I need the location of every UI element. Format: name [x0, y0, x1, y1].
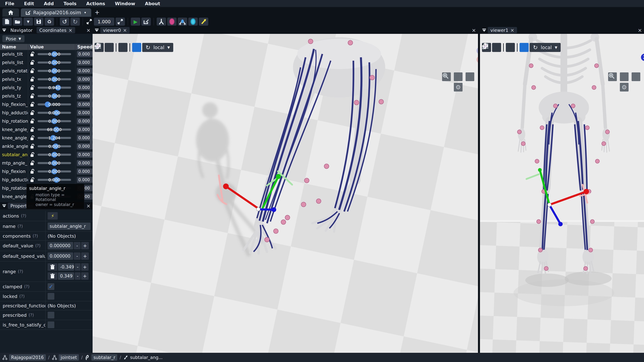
save-button[interactable] — [34, 17, 44, 26]
autoscale-button[interactable] — [116, 17, 125, 26]
translate-tool-button[interactable] — [132, 43, 141, 52]
menu-item-window[interactable]: Window — [115, 1, 135, 6]
ruler-button[interactable] — [506, 43, 515, 52]
actions-button[interactable]: ⚡ — [48, 212, 58, 220]
coordinate-speed[interactable]: 0.000 — [77, 59, 92, 65]
tab-viewer1[interactable]: viewer1 × — [488, 27, 517, 33]
unlock-icon[interactable] — [30, 68, 35, 74]
help-icon[interactable]: (?) — [18, 269, 23, 274]
decrement-button[interactable]: - — [74, 242, 80, 249]
ruler-button[interactable] — [118, 43, 128, 52]
menu-item-actions[interactable]: Actions — [86, 1, 105, 6]
coordinate-name[interactable]: pelvis_tz — [0, 92, 28, 100]
add-body-button[interactable] — [167, 17, 176, 26]
add-muscle-button[interactable] — [178, 17, 187, 26]
coordinate-name[interactable]: pelvis_ty — [0, 83, 28, 92]
gear-icon[interactable]: ⚙ — [454, 83, 462, 91]
help-icon[interactable]: (?) — [19, 294, 24, 299]
menu-item-file[interactable]: File — [5, 1, 14, 6]
gear-icon[interactable]: ⚙ — [620, 83, 628, 91]
coordinate-name[interactable]: mtp_angle_ — [0, 159, 28, 167]
add-contact-geometry-button[interactable] — [188, 17, 198, 26]
coordinate-name[interactable]: knee_angle_ — [0, 192, 28, 201]
panel-collapse-icon[interactable] — [2, 204, 6, 208]
open-file-button[interactable] — [13, 17, 22, 26]
close-icon[interactable]: × — [472, 27, 476, 33]
close-icon[interactable]: × — [123, 27, 127, 33]
redo-button[interactable]: ↻ — [70, 17, 80, 26]
scene-options-button[interactable] — [105, 43, 114, 52]
value-input[interactable]: 0.000000 — [48, 242, 73, 249]
edit-simulation-settings-button[interactable] — [142, 17, 151, 26]
coordinate-name[interactable]: hip_rotation — [0, 117, 28, 125]
unlock-icon[interactable] — [30, 135, 35, 141]
help-icon[interactable]: (?) — [29, 313, 34, 318]
coordinate-name[interactable]: pelvis_list — [0, 58, 28, 67]
coordinate-name[interactable]: pelvis_rotati — [0, 67, 28, 75]
close-icon[interactable]: × — [86, 27, 90, 33]
viewer-splitter[interactable] — [478, 26, 480, 353]
menu-item-about[interactable]: About — [145, 1, 160, 6]
coordinate-name[interactable]: pelvis_tx — [0, 75, 28, 83]
coordinate-name[interactable]: hip_adductio — [0, 109, 28, 117]
unlock-icon[interactable] — [30, 102, 35, 107]
menu-item-tools[interactable]: Tools — [64, 1, 76, 6]
coordinate-name[interactable]: hip_flexion — [0, 167, 28, 176]
panel-collapse-icon[interactable] — [482, 28, 486, 32]
coordinate-speed[interactable]: 0.000 — [77, 152, 92, 158]
name-input[interactable]: subtalar_angle_r — [48, 223, 90, 230]
unlock-icon[interactable] — [30, 52, 35, 57]
range-value-input[interactable]: -0.349 — [58, 263, 74, 271]
unlock-icon[interactable] — [30, 177, 35, 183]
coordinate-name[interactable]: ankle_angle — [0, 142, 28, 150]
checkbox[interactable] — [48, 312, 54, 319]
help-icon[interactable]: (?) — [18, 224, 23, 229]
undo-button[interactable]: ↺ — [60, 17, 69, 26]
coordinates-scrollbar[interactable] — [90, 80, 92, 144]
increment-button[interactable]: + — [81, 272, 88, 280]
coordinate-name[interactable]: hip_adductio — [0, 176, 28, 184]
simulate-button[interactable]: ▶ — [131, 17, 140, 26]
delete-range-button[interactable] — [48, 272, 57, 280]
add-station-button[interactable] — [199, 17, 208, 26]
gizmo-frame-dropdown[interactable]: ↻ local ▼ — [142, 43, 173, 52]
coordinate-name[interactable]: pelvis_tilt — [0, 50, 28, 58]
zoom-in-button[interactable] — [620, 72, 628, 81]
unlock-icon[interactable] — [30, 60, 35, 65]
tab-navigator[interactable]: Navigator — [8, 27, 35, 33]
new-file-button[interactable] — [2, 17, 12, 26]
tab-viewer0[interactable]: viewer0 × — [100, 27, 130, 33]
delete-range-button[interactable] — [48, 263, 57, 271]
model-tab[interactable]: Rajagopal2016.osim • — [21, 8, 91, 17]
zoom-in-button[interactable] — [454, 72, 462, 81]
coordinate-name[interactable]: knee_angle_ — [0, 134, 28, 142]
unlock-icon[interactable] — [30, 110, 35, 116]
translate-tool-button[interactable] — [520, 43, 528, 52]
close-icon[interactable]: × — [638, 27, 642, 33]
checkbox[interactable] — [48, 293, 54, 300]
tab-coordinates[interactable]: Coordinates × — [36, 27, 75, 33]
unlock-icon[interactable] — [30, 144, 35, 149]
coordinate-speed[interactable]: 0.000 — [77, 68, 92, 74]
close-icon[interactable]: × — [510, 27, 514, 33]
increment-button[interactable]: + — [81, 263, 88, 271]
reload-button[interactable]: ♻ — [44, 17, 54, 26]
coordinate-name[interactable]: hip_rotation — [0, 184, 28, 192]
coordinate-speed[interactable]: 0.000 — [77, 177, 92, 183]
coordinate-name[interactable]: knee_angle_ — [0, 125, 28, 134]
value-input[interactable]: 0.000000 — [48, 252, 73, 260]
increment-button[interactable]: + — [81, 252, 89, 260]
range-value-input[interactable]: 0.349 — [58, 272, 74, 280]
breadcrumb-item[interactable]: subtalar_r — [85, 354, 117, 361]
coordinate-speed[interactable]: 0.000 — [77, 168, 92, 174]
close-icon[interactable]: × — [86, 203, 90, 209]
menu-item-add[interactable]: Add — [44, 1, 54, 6]
unlock-icon[interactable] — [30, 85, 35, 90]
coordinate-name[interactable]: hip_flexion_ — [0, 100, 28, 109]
help-icon[interactable]: (?) — [24, 284, 29, 289]
unlock-icon[interactable] — [30, 169, 35, 174]
unlock-icon[interactable] — [30, 93, 35, 99]
help-icon[interactable]: (?) — [35, 243, 40, 248]
unlock-icon[interactable] — [30, 127, 35, 132]
decrement-button[interactable]: - — [75, 263, 80, 271]
